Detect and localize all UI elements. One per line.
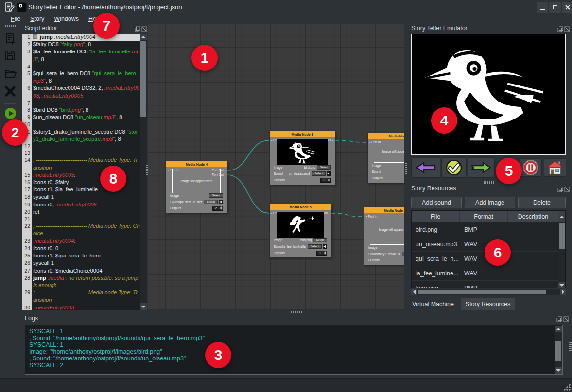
open-folder-icon[interactable] bbox=[4, 68, 17, 80]
outputs-spinner[interactable]: 2 bbox=[212, 206, 223, 211]
column-description[interactable]: Description bbox=[508, 211, 558, 222]
code-line[interactable]: 3$la_fee_luminelle DC8 "la_fee_luminelle… bbox=[22, 48, 140, 63]
code-line[interactable]: 21 bbox=[22, 216, 140, 222]
media-node-7[interactable]: Media Node • Port InImage will appear he… bbox=[367, 133, 404, 183]
select-sound-button[interactable]: Select bbox=[402, 252, 404, 256]
node-title[interactable]: Media Node 6 bbox=[364, 207, 404, 214]
column-format[interactable]: Format bbox=[460, 211, 507, 222]
canvas-logs-splitter[interactable] bbox=[291, 311, 302, 313]
emulator-pause-button[interactable] bbox=[520, 158, 542, 177]
minimize-button[interactable] bbox=[537, 2, 548, 13]
maximize-button[interactable] bbox=[549, 2, 561, 13]
menu-file[interactable]: File bbox=[6, 15, 25, 23]
code-line[interactable]: 23.mediaEntry0004: bbox=[22, 238, 140, 245]
code-line[interactable]: 30.mediaEntry0003: bbox=[22, 304, 140, 310]
tab-story-resources[interactable]: Story Resources bbox=[461, 298, 515, 310]
code-line[interactable]: 19Icons r0, .mediaEntry0006 bbox=[22, 201, 140, 208]
code-line[interactable]: 7 bbox=[22, 100, 140, 106]
speaker-icon[interactable] bbox=[219, 200, 223, 204]
node-title[interactable]: Media Node 3 bbox=[270, 131, 335, 137]
node-title[interactable]: Media Node bbox=[368, 133, 404, 139]
resize-grip[interactable] bbox=[564, 384, 571, 391]
table-hscrollbar[interactable] bbox=[411, 289, 566, 295]
table-vscrollbar[interactable] bbox=[558, 222, 565, 288]
media-node-5[interactable]: Media Node 5 • Port InPort Out • Imagefa… bbox=[269, 204, 331, 258]
float-panel-icon[interactable] bbox=[557, 186, 563, 191]
title-bar[interactable]: StoryTeller Editor - /home/anthony/ostpr… bbox=[0, 0, 572, 14]
toolbar-drag-handle[interactable] bbox=[5, 25, 16, 27]
emulator-back-button[interactable] bbox=[411, 157, 440, 178]
scrollbar-thumb[interactable] bbox=[555, 341, 561, 361]
new-file-icon[interactable] bbox=[4, 33, 17, 45]
close-panel-icon[interactable] bbox=[564, 25, 570, 31]
code-line[interactable]: 6$mediaChoice0004 DC32, 2, .mediaEntry00… bbox=[22, 85, 140, 99]
code-line[interactable]: 13 bbox=[22, 150, 140, 156]
select-image-button[interactable]: Select bbox=[317, 165, 331, 170]
code-line[interactable]: 25Icons r1, $qui_sera_le_hero bbox=[22, 252, 140, 259]
menu-windows[interactable]: Windows bbox=[50, 15, 83, 23]
scrollbar-thumb[interactable] bbox=[140, 41, 146, 117]
close-panel-icon[interactable] bbox=[141, 25, 147, 31]
media-node-3[interactable]: Media Node 3 • Port InPort Out • Imagebi… bbox=[269, 131, 335, 185]
code-line[interactable]: 1jump .mediaEntry0004 bbox=[22, 34, 140, 41]
run-icon[interactable] bbox=[4, 107, 17, 120]
code-line[interactable]: 8$bird DC8 "bird.png", 8 bbox=[22, 106, 140, 114]
speaker-icon[interactable] bbox=[327, 171, 331, 176]
add-image-button[interactable]: Add image bbox=[465, 197, 515, 208]
code-line[interactable]: 29; ---------------------------- Media n… bbox=[22, 289, 140, 304]
logs-scrollbar[interactable] bbox=[555, 326, 562, 374]
table-row[interactable]: bird.pngBMP bbox=[412, 222, 565, 237]
emulator-next-button[interactable] bbox=[468, 157, 495, 178]
code-line[interactable]: 4 bbox=[22, 63, 140, 70]
tab-virtual-machine[interactable]: Virtual Machine bbox=[407, 298, 459, 310]
code-line[interactable]: 26syscall 1 bbox=[22, 259, 140, 267]
table-row[interactable]: la_fee_lumine...WAV bbox=[412, 266, 565, 281]
select-image-button[interactable]: Select bbox=[313, 238, 327, 242]
close-panel-icon[interactable] bbox=[563, 315, 569, 321]
table-row[interactable]: fairy.pngBMP bbox=[412, 281, 565, 288]
menu-story[interactable]: Story bbox=[26, 15, 49, 23]
node-title[interactable]: Media Node 5 bbox=[270, 204, 331, 210]
scrollbar-thumb[interactable] bbox=[418, 290, 546, 294]
node-title[interactable]: Media Node 4 bbox=[166, 161, 227, 168]
node-graph-canvas[interactable]: Media Node 4 • Port InPort Out •Port Out… bbox=[148, 24, 404, 310]
save-icon[interactable] bbox=[4, 50, 17, 62]
close-project-icon[interactable] bbox=[4, 85, 17, 98]
float-panel-icon[interactable] bbox=[556, 315, 562, 321]
code-line[interactable]: 27Icons r0, $mediaChoice0004 bbox=[22, 267, 140, 274]
delete-button[interactable]: Delete bbox=[518, 197, 566, 208]
code-line[interactable]: 24Icons r0, 0 bbox=[22, 245, 140, 252]
float-panel-icon[interactable] bbox=[557, 25, 563, 31]
close-button[interactable] bbox=[562, 2, 572, 13]
select-image-button[interactable]: Select bbox=[209, 193, 223, 198]
column-file[interactable]: File bbox=[412, 211, 460, 222]
emulator-ok-button[interactable] bbox=[441, 157, 467, 178]
code-line[interactable]: 22; ---------------------------- Media n… bbox=[22, 222, 140, 237]
code-line[interactable]: 12 bbox=[22, 143, 140, 150]
code-line[interactable]: 10 bbox=[22, 121, 140, 128]
code-line[interactable]: 28jump .media ; no return possible, so a… bbox=[22, 274, 140, 289]
code-line[interactable]: 20ret bbox=[22, 208, 140, 216]
scrollbar-thumb[interactable] bbox=[559, 223, 565, 249]
media-node-6[interactable]: Media Node 6 • Port InImage will appear … bbox=[364, 207, 404, 265]
outputs-spinner[interactable]: 1 bbox=[320, 178, 331, 183]
logs-right-splitter[interactable] bbox=[569, 341, 572, 351]
logs-output[interactable]: SYSCALL: 1, Sound: "/home/anthony/ostpro… bbox=[25, 325, 563, 375]
media-node-4[interactable]: Media Node 4 • Port InPort Out •Port Out… bbox=[166, 161, 227, 213]
close-panel-icon[interactable] bbox=[564, 186, 570, 191]
emulator-home-button[interactable] bbox=[544, 158, 566, 177]
code-line[interactable]: 11$story1_drako_luminelle_sceptre DC8 "s… bbox=[22, 128, 140, 143]
code-line[interactable]: 2$fairy DC8 "fairy.png", 8 bbox=[22, 41, 140, 48]
code-line[interactable]: 9$un_oiseau DC8 "un_oiseau.mp3", 8 bbox=[22, 114, 140, 121]
select-sound-button[interactable]: Select bbox=[204, 200, 218, 204]
speaker-icon[interactable] bbox=[323, 244, 327, 249]
add-sound-button[interactable]: Add sound bbox=[411, 197, 462, 208]
float-panel-icon[interactable] bbox=[135, 25, 140, 31]
code-line[interactable]: 18syscall 1 bbox=[22, 193, 140, 201]
outputs-spinner[interactable]: 1 bbox=[316, 251, 327, 256]
canvas-rightdock-splitter[interactable] bbox=[405, 163, 407, 174]
emulator-resources-splitter[interactable] bbox=[484, 181, 494, 184]
select-sound-button[interactable]: Select bbox=[312, 171, 326, 176]
code-line[interactable]: 5$qui_sera_le_hero DC8 "qui_sera_le_hero… bbox=[22, 70, 140, 85]
select-sound-button[interactable]: Select bbox=[308, 244, 322, 249]
